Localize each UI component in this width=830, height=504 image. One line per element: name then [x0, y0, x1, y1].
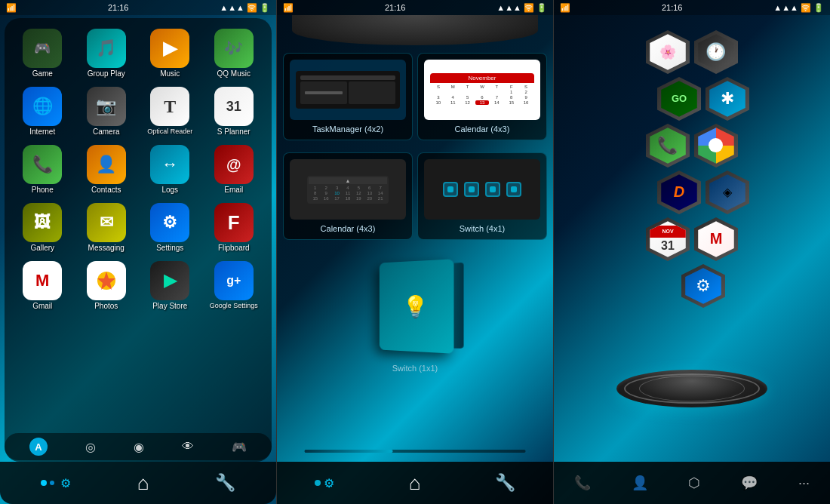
hex-row-2: GO ✱ — [657, 77, 749, 121]
widget-calendar-mini[interactable]: ▲ 1234567 891011121314 15161718192021 Ca… — [283, 152, 413, 240]
app-email-label: Email — [224, 186, 243, 194]
app-gmail[interactable]: M Gmail — [12, 258, 73, 313]
app-splanner[interactable]: 31 S Planner — [204, 84, 265, 139]
hex-icon-star[interactable]: ✱ — [706, 77, 749, 121]
app-music[interactable]: ▶ Music — [140, 26, 201, 81]
app-gmail-icon: M — [23, 261, 62, 300]
book-widget-container[interactable]: 💡 — [283, 254, 547, 359]
panel-3-hex-launcher: 📶 21:16 ▲▲▲ 🛜 🔋 🌸 🕐 — [554, 0, 830, 504]
battery-icon-1: 🔋 — [260, 3, 270, 13]
app-music-label: Music — [160, 69, 180, 78]
hex-row-6: ⚙ — [681, 264, 725, 308]
app-optical-icon: T — [150, 87, 189, 126]
app-phone-label: Phone — [32, 186, 54, 194]
app-logs[interactable]: ↔ Logs — [140, 142, 201, 197]
hex-icon-go[interactable]: GO — [657, 77, 701, 121]
bottom-nav-3: 📞 👤 ⬡ 💬 ··· — [554, 462, 830, 504]
switch-4x1-label: Switch (4x1) — [460, 224, 506, 233]
extras-icon-eye[interactable]: 👁 — [182, 440, 194, 453]
p3-phone-icon[interactable]: 📞 — [570, 470, 595, 496]
p3-dots-icon[interactable]: ··· — [794, 471, 814, 496]
app-group-play-icon: 🎵 — [87, 29, 126, 68]
bottom-nav-2: ⚙ ⌂ 🔧 — [277, 462, 553, 504]
status-bar-3: 📶 21:16 ▲▲▲ 🛜 🔋 — [554, 0, 830, 15]
hex-icon-phone[interactable]: 📞 — [646, 124, 690, 167]
hex-icon-clock[interactable]: 🕐 — [694, 30, 738, 74]
calendar-4x3-label: Calendar (4x3) — [455, 124, 510, 134]
app-gmail-label: Gmail — [32, 302, 52, 310]
wifi-icon-r2: 🛜 — [524, 3, 534, 13]
widget-task-manager[interactable]: TaskManager (4x2) — [283, 53, 413, 140]
app-play[interactable]: ▶ Play Store — [140, 258, 201, 313]
nav-settings-icon[interactable]: ⚙ — [60, 476, 71, 490]
app-play-label: Play Store — [152, 302, 187, 310]
app-group-play[interactable]: 🎵 Group Play — [76, 26, 137, 81]
hex-icon-settings[interactable]: ⚙ — [681, 264, 725, 308]
app-photos-label: Photos — [94, 302, 118, 310]
nav-left-group: ⚙ — [41, 476, 71, 490]
app-flipboard[interactable]: F Flipboard — [204, 200, 265, 255]
extras-icon-circle[interactable]: ◎ — [85, 440, 96, 454]
turntable-base — [616, 370, 767, 407]
app-phone[interactable]: 📞 Phone — [12, 142, 73, 197]
hex-icon-swype[interactable]: ◈ — [706, 171, 749, 214]
app-group-play-label: Group Play — [88, 69, 125, 78]
panel-1-app-drawer: 📶 21:16 ▲▲▲ 🛜 🔋 🎮 Game 🎵 Group Play ▶ Mu… — [0, 0, 276, 504]
nav-home-icon[interactable]: ⌂ — [137, 472, 149, 495]
app-optical-label: Optical Reader — [147, 128, 192, 135]
app-game-label: Game — [32, 69, 53, 78]
wifi-icon-2: 📶 — [283, 3, 294, 13]
p3-apps-icon[interactable]: ⬡ — [684, 470, 705, 496]
hex-icon-chrome[interactable] — [694, 124, 738, 167]
task-manager-label: TaskManager (4x2) — [312, 124, 383, 134]
panel-2-widget-chooser: 📶 21:16 ▲▲▲ 🛜 🔋 — [276, 0, 554, 504]
app-google-settings-label: Google Settings — [210, 302, 258, 309]
app-gallery[interactable]: 🖼 Gallery — [12, 200, 73, 255]
p2-tools-icon[interactable]: 🔧 — [495, 473, 515, 493]
widget-calendar-4x3[interactable]: November SMTWTFS 12 3456789 101112131415… — [417, 53, 547, 140]
wifi-icon-1: 📶 — [6, 3, 17, 13]
p2-home-icon[interactable]: ⌂ — [409, 472, 421, 495]
app-internet[interactable]: 🌐 Internet — [12, 84, 73, 139]
app-messaging-icon: ✉ — [87, 203, 126, 242]
widget-switch-4x1[interactable]: Switch (4x1) — [417, 152, 547, 240]
p3-contacts-icon[interactable]: 👤 — [627, 470, 653, 496]
app-qq-icon: 🎶 — [214, 29, 254, 68]
task-manager-preview — [290, 60, 406, 120]
app-camera[interactable]: 📷 Camera — [76, 84, 137, 139]
extras-icon-dot[interactable]: ◉ — [134, 440, 144, 454]
app-contacts-icon: 👤 — [87, 145, 126, 184]
extras-icon-game[interactable]: 🎮 — [232, 440, 247, 454]
app-qq-music[interactable]: 🎶 QQ Music — [204, 26, 265, 81]
app-settings[interactable]: ⚙ Settings — [140, 200, 201, 255]
app-google-settings[interactable]: g+ Google Settings — [204, 258, 265, 313]
nav-tools-icon[interactable]: 🔧 — [215, 473, 235, 493]
hex-icon-photos[interactable]: 🌸 — [646, 30, 690, 74]
app-email[interactable]: @ Email — [204, 142, 265, 197]
app-optical[interactable]: T Optical Reader — [140, 84, 201, 139]
calendar-mini-preview: ▲ 1234567 891011121314 15161718192021 — [290, 159, 406, 220]
battery-icons-1: ▲▲▲ 🛜 🔋 — [220, 3, 270, 13]
status-bar-1: 📶 21:16 ▲▲▲ 🛜 🔋 — [0, 0, 276, 15]
app-contacts[interactable]: 👤 Contacts — [76, 142, 137, 197]
hex-icon-danik[interactable]: D — [657, 171, 701, 214]
extras-icon-a[interactable]: A — [29, 438, 48, 456]
hex-icon-cal[interactable]: NOV 31 — [646, 217, 690, 261]
calendar-4x3-preview: November SMTWTFS 12 3456789 101112131415… — [424, 60, 540, 120]
battery-icon-2: 🔋 — [536, 3, 547, 13]
app-game[interactable]: 🎮 Game — [12, 26, 73, 81]
app-contacts-label: Contacts — [91, 186, 121, 194]
app-qq-label: QQ Music — [217, 69, 251, 78]
p3-messages-icon[interactable]: 💬 — [736, 470, 762, 496]
app-drawer: 🎮 Game 🎵 Group Play ▶ Music 🎶 QQ Music 🌐… — [5, 18, 272, 462]
book-widget-label: Switch (1x1) — [283, 364, 547, 373]
p2-android-icon[interactable]: ⚙ — [324, 476, 334, 490]
hex-icon-gmail[interactable]: M — [694, 217, 738, 261]
app-messaging[interactable]: ✉ Messaging — [76, 200, 137, 255]
book-3d-widget[interactable]: 💡 — [380, 259, 454, 353]
app-camera-icon: 📷 — [87, 87, 126, 126]
app-photos[interactable]: Photos — [76, 258, 137, 313]
signal-icons-1: 📶 — [6, 3, 17, 13]
app-internet-label: Internet — [29, 128, 55, 136]
app-settings-icon: ⚙ — [150, 203, 189, 242]
